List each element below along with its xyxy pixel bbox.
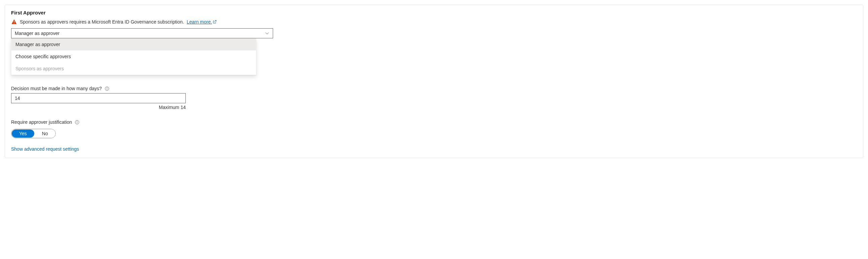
external-link-icon bbox=[213, 20, 217, 24]
learn-more-link[interactable]: Learn more. bbox=[187, 19, 217, 25]
svg-point-7 bbox=[77, 121, 77, 121]
justification-label: Require approver justification bbox=[11, 119, 72, 125]
svg-rect-1 bbox=[14, 23, 14, 24]
warning-icon bbox=[11, 19, 17, 25]
justification-toggle: Yes No bbox=[11, 129, 56, 138]
show-advanced-link[interactable]: Show advanced request settings bbox=[11, 146, 79, 152]
first-approver-panel: First Approver Sponsors as approvers req… bbox=[5, 5, 863, 158]
decision-days-helper: Maximum 14 bbox=[11, 105, 186, 110]
decision-days-label: Decision must be made in how many days? bbox=[11, 86, 102, 91]
dropdown-option-manager[interactable]: Manager as approver bbox=[11, 38, 256, 51]
warning-text: Sponsors as approvers requires a Microso… bbox=[20, 19, 184, 25]
approver-dropdown: Manager as approver Choose specific appr… bbox=[11, 38, 256, 75]
warning-row: Sponsors as approvers requires a Microso… bbox=[11, 19, 857, 25]
justification-no[interactable]: No bbox=[35, 129, 55, 138]
approver-select-wrap: Manager as approver Manager as approver … bbox=[11, 28, 273, 75]
approver-select-value: Manager as approver bbox=[15, 31, 59, 36]
svg-rect-0 bbox=[14, 21, 14, 23]
decision-days-label-row: Decision must be made in how many days? bbox=[11, 86, 857, 91]
justification-label-row: Require approver justification bbox=[11, 119, 857, 125]
justification-block: Require approver justification Yes No bbox=[11, 119, 857, 138]
decision-days-block: Decision must be made in how many days? … bbox=[11, 86, 857, 110]
learn-more-label: Learn more. bbox=[187, 19, 212, 25]
info-icon[interactable] bbox=[104, 86, 110, 91]
dropdown-option-sponsors: Sponsors as approvers bbox=[11, 63, 256, 75]
dropdown-option-specific[interactable]: Choose specific approvers bbox=[11, 51, 256, 63]
info-icon[interactable] bbox=[74, 120, 80, 125]
decision-days-input[interactable] bbox=[11, 93, 186, 103]
svg-point-4 bbox=[107, 87, 107, 88]
advanced-link-row: Show advanced request settings bbox=[11, 146, 857, 152]
justification-yes[interactable]: Yes bbox=[12, 130, 34, 138]
approver-select[interactable]: Manager as approver bbox=[11, 28, 273, 38]
chevron-down-icon bbox=[265, 31, 270, 36]
section-title: First Approver bbox=[11, 10, 857, 16]
